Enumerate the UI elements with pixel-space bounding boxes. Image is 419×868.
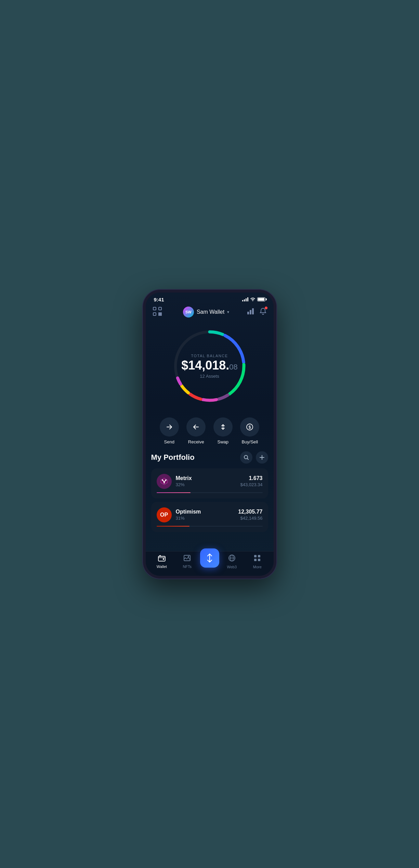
asset-amount-metrix: 1.673 [240, 475, 262, 481]
nav-more[interactable]: More [245, 554, 270, 569]
receive-button[interactable]: Receive [186, 417, 206, 444]
status-time: 9:41 [154, 297, 164, 302]
svg-rect-12 [160, 314, 161, 315]
nav-wallet[interactable]: Wallet [149, 555, 175, 569]
send-label: Send [164, 439, 174, 444]
chart-button[interactable] [247, 308, 255, 316]
nav-web3-label: Web3 [227, 565, 237, 569]
asset-info-metrix: Metrix 32% [176, 475, 236, 487]
svg-rect-10 [160, 313, 161, 314]
swap-label: Swap [217, 439, 228, 444]
nav-nfts-label: NFTs [183, 565, 192, 569]
balance-label: TOTAL BALANCE [181, 353, 238, 358]
svg-marker-28 [161, 478, 168, 485]
nav-nfts[interactable]: NFTs [174, 555, 200, 569]
buysell-button[interactable]: $ Buy/Sell [240, 417, 259, 444]
asset-usd-metrix: $43,023.34 [240, 482, 262, 487]
swap-button[interactable]: Swap [213, 417, 233, 444]
svg-point-37 [188, 556, 189, 557]
svg-rect-41 [258, 555, 260, 557]
asset-name-optimism: Optimism [176, 509, 234, 515]
svg-rect-42 [254, 559, 257, 561]
svg-point-32 [165, 479, 167, 481]
svg-rect-15 [252, 308, 254, 314]
nfts-icon [183, 555, 191, 563]
svg-rect-43 [258, 559, 260, 561]
svg-rect-9 [159, 313, 160, 314]
phone-screen: 9:41 [146, 293, 274, 576]
nav-center-swap[interactable] [200, 548, 219, 568]
send-button[interactable]: Send [160, 417, 179, 444]
chevron-down-icon: ▾ [227, 310, 229, 314]
receive-label: Receive [188, 439, 204, 444]
web3-icon [228, 554, 236, 563]
buysell-label: Buy/Sell [241, 439, 258, 444]
nav-web3[interactable]: Web3 [219, 554, 245, 569]
svg-point-33 [163, 482, 165, 483]
svg-rect-1 [159, 307, 161, 310]
svg-rect-11 [159, 314, 160, 315]
svg-text:$: $ [249, 425, 251, 430]
donut-center: TOTAL BALANCE $14,018.08 12 Assets [181, 353, 238, 378]
svg-rect-40 [254, 555, 257, 557]
balance-chart: TOTAL BALANCE $14,018.08 12 Assets [146, 322, 274, 414]
asset-progress-metrix [157, 492, 263, 493]
avatar: SW [183, 307, 194, 318]
svg-rect-0 [153, 307, 156, 310]
phone-frame: 9:41 [143, 290, 276, 579]
svg-rect-2 [153, 313, 156, 315]
donut-wrapper: TOTAL BALANCE $14,018.08 12 Assets [169, 325, 251, 407]
asset-usd-optimism: $42,149.56 [238, 516, 262, 521]
assets-count: 12 Assets [181, 373, 238, 378]
asset-pct-metrix: 32% [176, 482, 236, 487]
nav-wallet-label: Wallet [157, 565, 167, 569]
balance-amount: $14,018.08 [181, 359, 238, 371]
asset-values-metrix: 1.673 $43,023.34 [240, 475, 262, 487]
svg-point-31 [162, 479, 163, 481]
wallet-name: Sam Wallet [197, 309, 224, 315]
header: SW Sam Wallet ▾ [146, 304, 274, 322]
search-button[interactable] [240, 451, 252, 464]
battery-icon [257, 297, 265, 301]
portfolio-actions [240, 451, 268, 464]
asset-pct-optimism: 31% [176, 516, 234, 521]
bottom-nav: Wallet NFTs [146, 551, 274, 576]
metrix-icon [157, 474, 172, 489]
portfolio-section: My Portfolio [146, 451, 274, 551]
asset-progress-optimism [157, 526, 263, 527]
svg-rect-13 [247, 312, 249, 314]
more-icon [253, 554, 261, 563]
notification-badge [264, 306, 268, 310]
nav-more-label: More [253, 565, 262, 569]
asset-name-metrix: Metrix [176, 475, 236, 481]
portfolio-header: My Portfolio [151, 451, 268, 464]
signal-icon [242, 297, 248, 301]
portfolio-title: My Portfolio [151, 453, 195, 462]
action-buttons: Send Receive Swap [146, 414, 274, 451]
asset-row: Metrix 32% 1.673 $43,023.34 [157, 474, 263, 489]
asset-info-optimism: Optimism 31% [176, 509, 234, 521]
asset-values-optimism: 12,305.77 $42,149.56 [238, 509, 262, 521]
notification-button[interactable] [260, 308, 266, 316]
svg-rect-14 [250, 310, 251, 314]
optimism-icon: OP [157, 507, 172, 522]
asset-card-optimism[interactable]: OP Optimism 31% 12,305.77 $42,149.56 [151, 502, 268, 532]
wallet-selector[interactable]: SW Sam Wallet ▾ [183, 307, 229, 318]
svg-rect-35 [163, 558, 164, 560]
wallet-icon [158, 555, 166, 563]
asset-row: OP Optimism 31% 12,305.77 $42,149.56 [157, 507, 263, 522]
status-icons [242, 297, 265, 302]
add-asset-button[interactable] [256, 451, 268, 464]
wifi-icon [250, 297, 256, 302]
notch [189, 293, 230, 303]
scan-button[interactable] [153, 307, 165, 318]
asset-card-metrix[interactable]: Metrix 32% 1.673 $43,023.34 [151, 468, 268, 498]
header-right [247, 308, 266, 316]
asset-amount-optimism: 12,305.77 [238, 509, 262, 515]
